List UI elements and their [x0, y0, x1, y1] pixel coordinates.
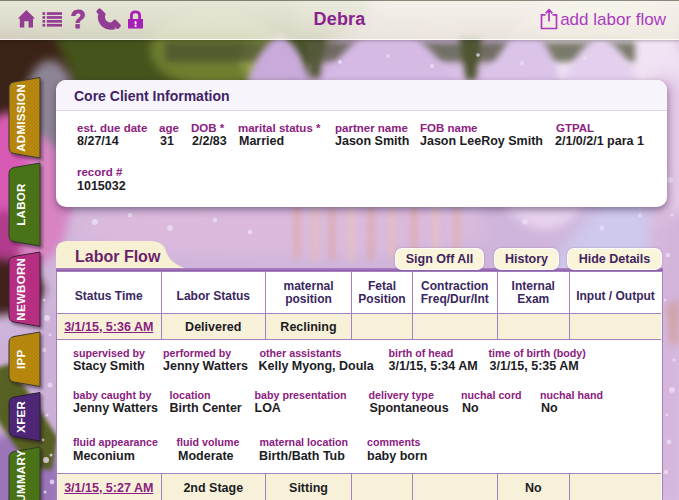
svg-text:IPP: IPP — [15, 350, 27, 369]
svg-text:LABOR: LABOR — [15, 183, 27, 226]
svg-text:XFER: XFER — [15, 400, 27, 432]
svg-text:ADMISSION: ADMISSION — [15, 84, 27, 152]
svg-text:Labor Flow: Labor Flow — [75, 248, 161, 265]
svg-text:SUMMARY: SUMMARY — [15, 449, 27, 500]
svg-text:NEWBORN: NEWBORN — [15, 258, 27, 321]
